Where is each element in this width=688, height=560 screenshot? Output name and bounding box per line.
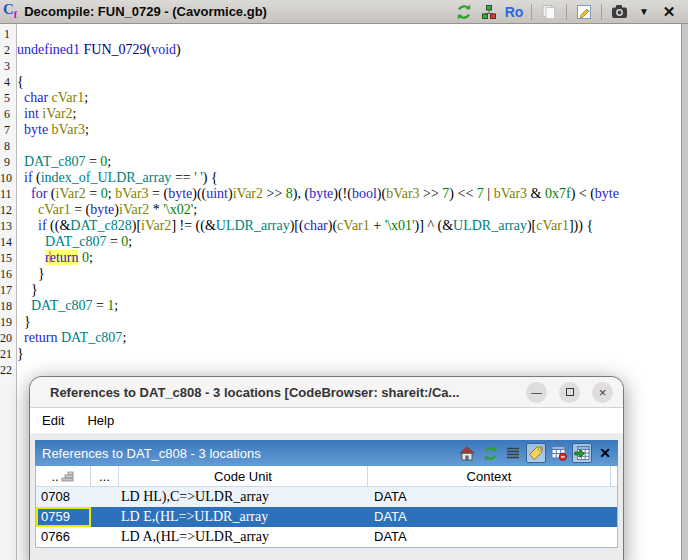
- code-token: ULDR_array: [216, 218, 290, 233]
- code-line[interactable]: 22: [0, 362, 681, 378]
- code-token: ;: [193, 202, 197, 217]
- column-header-context[interactable]: Context: [368, 466, 611, 487]
- make-selection-button[interactable]: [572, 443, 592, 463]
- code-line[interactable]: 17 }: [0, 282, 681, 298]
- table-row[interactable]: 0708LD HL),C=>ULDR_arrayDATA: [36, 487, 617, 507]
- code-token: )[: [527, 218, 536, 233]
- code-token: FUN_0729: [83, 42, 146, 57]
- line-number: 16: [0, 266, 14, 282]
- code-line[interactable]: 5 char cVar1;: [0, 90, 681, 106]
- close-window-button[interactable]: ×: [592, 382, 613, 403]
- column-header-code-unit[interactable]: Code Unit: [119, 466, 368, 487]
- refresh-icon: [483, 446, 498, 461]
- code-line[interactable]: 13 if ((&DAT_c828)[iVar2] != ((&ULDR_arr…: [0, 218, 681, 234]
- snapshot-button[interactable]: [609, 2, 629, 22]
- code-token: |: [484, 186, 494, 201]
- code-token: bVar3: [386, 186, 419, 201]
- code-line[interactable]: 15 return 0;: [0, 250, 681, 266]
- code-line[interactable]: 8: [0, 138, 681, 154]
- code-token: 0: [82, 250, 89, 265]
- references-panel-toolbar: ✕: [457, 443, 618, 463]
- tag-icon: [528, 445, 544, 461]
- cell-location: 0766: [36, 527, 91, 547]
- remove-table-button[interactable]: [549, 443, 569, 463]
- code-token: DAT_c807: [45, 234, 106, 249]
- text-caret: [49, 251, 51, 263]
- code-line[interactable]: 11 for (iVar2 = 0; bVar3 = (byte)((uint)…: [0, 186, 681, 202]
- code-token: ;: [73, 106, 77, 121]
- menu-list-button[interactable]: [503, 443, 523, 463]
- line-number: 15: [0, 250, 14, 266]
- refresh-references-button[interactable]: [480, 443, 500, 463]
- code-line[interactable]: 20 return DAT_c807;: [0, 330, 681, 346]
- menu-help[interactable]: Help: [87, 413, 114, 428]
- graph-button[interactable]: [479, 2, 499, 22]
- toolbar-separator: [531, 4, 532, 20]
- code-token: }: [17, 266, 45, 281]
- ro-button[interactable]: Ro: [504, 2, 524, 22]
- graph-icon: [481, 4, 497, 20]
- dialog-titlebar[interactable]: References to DAT_c808 - 3 locations [Co…: [30, 377, 623, 408]
- code-token: [17, 234, 45, 249]
- show-labels-button[interactable]: [526, 443, 546, 463]
- code-line[interactable]: 14 DAT_c807 = 0;: [0, 234, 681, 250]
- column-header-extra[interactable]: ...: [91, 466, 119, 487]
- code-line[interactable]: 3: [0, 58, 681, 74]
- code-token: bVar3: [52, 122, 85, 137]
- maximize-button[interactable]: [559, 382, 580, 403]
- table-row[interactable]: 0766LD A,(HL=>ULDR_arrayDATA: [36, 527, 617, 547]
- code-line[interactable]: 9 DAT_c807 = 0;: [0, 154, 681, 170]
- code-token: )[(: [290, 218, 304, 233]
- code-token: )] ^ (&: [415, 218, 453, 233]
- code-line[interactable]: 10 if (index_of_ULDR_array == ' ') {: [0, 170, 681, 186]
- close-references-button[interactable]: ✕: [595, 443, 615, 463]
- code-token: = (: [149, 186, 169, 201]
- refresh-button[interactable]: [454, 2, 474, 22]
- cell-extra: [91, 487, 119, 507]
- code-token: =: [92, 298, 107, 313]
- code-line[interactable]: 18 DAT_c807 = 1;: [0, 298, 681, 314]
- column-header-location[interactable]: ..: [36, 466, 91, 487]
- copy-button[interactable]: [539, 2, 559, 22]
- panel-menu-button[interactable]: ▼: [634, 2, 654, 22]
- code-line[interactable]: 21}: [0, 346, 681, 362]
- decompiler-titlebar: Cf Decompile: FUN_0729 - (Cavormice.gb): [0, 0, 688, 24]
- edit-button[interactable]: [574, 2, 594, 22]
- code-line[interactable]: 7 byte bVar3;: [0, 122, 681, 138]
- minimize-button[interactable]: —: [526, 382, 547, 403]
- code-token: bVar3: [115, 186, 148, 201]
- references-panel: References to DAT_c808 - 3 locations: [35, 440, 618, 548]
- code-token: cVar1: [52, 90, 85, 105]
- menu-edit[interactable]: Edit: [42, 413, 64, 428]
- line-number: 10: [0, 170, 14, 186]
- code-token: [17, 202, 38, 217]
- line-number: 17: [0, 282, 14, 298]
- close-icon: ✕: [663, 4, 676, 19]
- code-line[interactable]: 19 }: [0, 314, 681, 330]
- home-button[interactable]: [457, 443, 477, 463]
- code-token: ), (: [293, 186, 309, 201]
- code-line[interactable]: 16 }: [0, 266, 681, 282]
- table-row[interactable]: 0759LD E,(HL=>ULDR_arrayDATA: [36, 507, 617, 527]
- code-token: ;: [85, 122, 89, 137]
- code-token: ])) {: [569, 218, 593, 233]
- line-number: 19: [0, 314, 14, 330]
- decompiled-source: 12undefined1 FUN_0729(void)34{5 char cVa…: [0, 26, 681, 378]
- references-table: .. ... Code Unit Context 0708LD HL),C=>U…: [35, 466, 618, 548]
- cell-extra: [91, 527, 119, 547]
- code-line[interactable]: 2undefined1 FUN_0729(void): [0, 42, 681, 58]
- code-line[interactable]: 6 int iVar2;: [0, 106, 681, 122]
- cell-spacer: [611, 507, 617, 527]
- code-token: bool: [352, 186, 377, 201]
- line-number: 4: [0, 74, 14, 90]
- decompiler-toolbar: Ro: [454, 2, 688, 22]
- line-number: 1: [0, 26, 14, 42]
- table-go-icon: [574, 445, 590, 461]
- code-token: ;: [84, 90, 88, 105]
- code-line[interactable]: 1: [0, 26, 681, 42]
- code-token: ;: [122, 330, 126, 345]
- code-token: DAT_c807: [31, 298, 92, 313]
- close-panel-button[interactable]: ✕: [659, 2, 679, 22]
- code-line[interactable]: 4{: [0, 74, 681, 90]
- code-line[interactable]: 12 cVar1 = (byte)iVar2 * '\x02';: [0, 202, 681, 218]
